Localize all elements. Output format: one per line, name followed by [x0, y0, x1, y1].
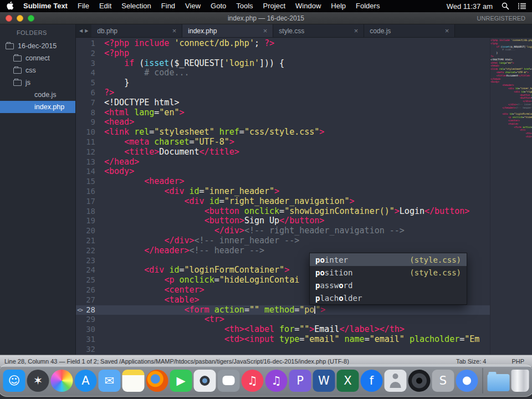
photos-icon[interactable] [51, 370, 73, 392]
tree-label: css [25, 66, 36, 74]
code-line[interactable]: } [104, 78, 532, 88]
finder-icon[interactable]: ☺ [3, 370, 25, 392]
menu-item-edit[interactable]: Edit [94, 0, 116, 12]
editor[interactable]: 1<?php include 'connect/db.php'; ?>2<?ph… [76, 38, 532, 355]
s-app-icon[interactable]: S [432, 370, 454, 392]
sidebar-item-connect[interactable]: connect [0, 52, 75, 64]
disc-app-icon[interactable] [408, 370, 431, 392]
tab-size-indicator[interactable]: Tab Size: 4 [456, 358, 486, 365]
close-tab-icon[interactable]: × [172, 27, 177, 35]
code-line[interactable]: if (isset($_REQUEST['login'])) { [104, 59, 532, 69]
code-line[interactable]: <td><input type="email" name="email" pla… [104, 335, 532, 345]
code-line[interactable]: ?> [104, 88, 532, 98]
firefox-icon[interactable] [146, 370, 168, 392]
menu-item-find[interactable]: Find [156, 0, 180, 12]
sidebar-item-index-php[interactable]: index.php [0, 101, 75, 113]
code-line[interactable]: # code... [104, 68, 532, 78]
autocomplete-item-pointer[interactable]: pointer(style.css) [310, 253, 467, 266]
facebook-icon[interactable]: f [361, 370, 383, 392]
tab-style-css[interactable]: style.css× [273, 24, 364, 37]
code-line[interactable]: </head> [104, 157, 532, 167]
tab-code-js[interactable]: code.js× [364, 24, 455, 37]
code-line[interactable]: <meta charset="UTF-8"> [104, 137, 532, 147]
autocomplete-item-placholder[interactable]: placholder [310, 291, 467, 304]
menu-item-tools[interactable]: Tools [231, 0, 258, 12]
minimap[interactable]: <?php include 'connect/db.php'; ?><?php … [490, 38, 532, 355]
window-title: index.php — 16-dec-2015 [228, 14, 304, 22]
sidebar-item-js[interactable]: js [0, 76, 75, 89]
code-line[interactable] [104, 345, 532, 355]
folder-icon [13, 68, 22, 74]
notification-center-icon[interactable] [518, 3, 526, 9]
code-line[interactable]: <body> [104, 167, 532, 177]
code-line[interactable]: <?php [104, 49, 532, 59]
code-line[interactable]: <button onclick="showLoginContainer()">L… [104, 207, 532, 217]
photo-booth-icon[interactable] [194, 370, 216, 392]
excel-icon[interactable]: X [337, 370, 359, 392]
close-window-button[interactable] [6, 15, 12, 22]
facetime-icon[interactable]: ▶ [170, 370, 192, 392]
messages-icon[interactable] [218, 370, 240, 392]
code-line[interactable]: </div><!-- right_header_navigation --> [104, 226, 532, 236]
code-line[interactable]: <?php include 'connect/db.php'; ?> [104, 39, 532, 49]
code-line[interactable]: <th><label for="">Email</label></th> [104, 325, 532, 335]
code-line[interactable]: <div id="right_header_navigation"> [104, 197, 532, 207]
mail-icon[interactable]: ✉ [99, 370, 121, 392]
podcasts-icon[interactable]: ♫ [265, 370, 288, 392]
code-line[interactable]: <form action="" method="po"> [104, 305, 532, 315]
trash-icon[interactable] [511, 370, 529, 392]
line-number: 3 [76, 59, 104, 69]
menu-item-selection[interactable]: Selection [116, 0, 156, 12]
code-line[interactable]: <header> [104, 177, 532, 187]
profile-app-icon[interactable] [385, 370, 407, 392]
code-line[interactable]: <button>Sign Up</button> [104, 216, 532, 226]
autocomplete-item-position[interactable]: position(style.css) [310, 266, 467, 279]
tab-scroll-left-icon[interactable]: ◀ [79, 28, 83, 33]
code-line[interactable]: <div id="inner_header"> [104, 187, 532, 197]
tab-label: db.php [97, 27, 168, 35]
notes-icon[interactable] [122, 370, 145, 392]
code-row: 15 <header> [76, 177, 532, 187]
downloads-folder-icon[interactable] [488, 374, 510, 391]
menu-item-help[interactable]: Help [326, 0, 351, 12]
close-tab-icon[interactable]: × [263, 27, 268, 35]
word-icon[interactable]: W [313, 370, 335, 392]
menu-clock[interactable]: Wed 11:37 am [447, 2, 493, 11]
itunes-icon[interactable]: ♫ [242, 370, 264, 392]
apple-menu-icon[interactable] [0, 2, 18, 11]
zoom-window-button[interactable] [28, 15, 34, 22]
minimize-window-button[interactable] [17, 15, 23, 22]
menu-item-sublime-text[interactable]: Sublime Text [18, 0, 73, 12]
code-row: 12 <title>Document</title> [76, 147, 532, 157]
syntax-indicator[interactable]: PHP [511, 358, 524, 365]
sidebar-item-code-js[interactable]: code.js [0, 89, 75, 101]
code-line[interactable]: </div><!-- inner_header --> [104, 236, 532, 246]
tab-scroll-right-icon[interactable]: ▶ [85, 28, 88, 33]
menu-item-project[interactable]: Project [258, 0, 290, 12]
tab-index-php[interactable]: index.php× [182, 24, 273, 37]
code-line[interactable]: <title>Document</title> [104, 147, 532, 157]
menu-item-goto[interactable]: Goto [206, 0, 231, 12]
close-tab-icon[interactable]: × [445, 27, 449, 35]
menu-item-folders[interactable]: Folders [351, 0, 385, 12]
launchpad-icon[interactable]: ✶ [27, 370, 49, 392]
tab-db-php[interactable]: db.php× [91, 24, 182, 37]
spotlight-search-icon[interactable] [502, 2, 509, 10]
menu-item-window[interactable]: Window [290, 0, 326, 12]
window-title-bar[interactable]: index.php — 16-dec-2015 UNREGISTERED [0, 12, 532, 24]
sidebar-item-16-dec-2015[interactable]: 16-dec-2015 [0, 40, 75, 52]
code-line[interactable]: <link rel="stylesheet" href="css/style.c… [104, 127, 532, 137]
menu-item-view[interactable]: View [180, 0, 206, 12]
browser-app-icon[interactable] [456, 370, 478, 392]
menu-item-file[interactable]: File [73, 0, 94, 12]
autocomplete-item-password[interactable]: password [310, 279, 467, 291]
pages-app-icon[interactable]: P [289, 370, 311, 392]
app-store-icon[interactable]: A [75, 370, 97, 392]
code-line[interactable]: <!DOCTYPE html> [104, 98, 532, 108]
code-line[interactable]: <head> [104, 117, 532, 127]
line-number: 21 [76, 236, 104, 246]
code-line[interactable]: <html lang="en"> [104, 108, 532, 118]
code-line[interactable]: <tr> [104, 315, 532, 325]
close-tab-icon[interactable]: × [354, 27, 359, 35]
sidebar-item-css[interactable]: css [0, 64, 75, 76]
